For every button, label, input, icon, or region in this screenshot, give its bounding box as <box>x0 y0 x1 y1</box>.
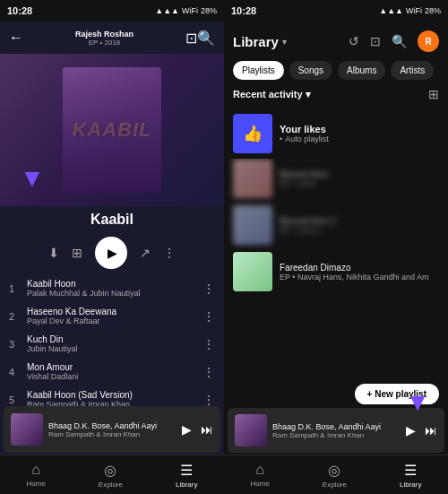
history-icon[interactable]: ↺ <box>349 34 359 48</box>
battery-right: 28% <box>425 6 441 15</box>
bottom-next-icon[interactable]: ⏭ <box>425 423 437 438</box>
album-top-bar: ← Rajesh Roshan EP • 2018 ⊡ 🔍 <box>0 22 224 54</box>
table-row[interactable]: 2 Haseeno Ka Deewana Payal Dev & Raftaar… <box>9 302 215 330</box>
more-button[interactable]: ⋮ <box>163 246 176 260</box>
nav-explore-label-r: Explore <box>323 481 347 489</box>
library-title-wrap: Library ▾ <box>233 34 287 49</box>
track-more-icon[interactable]: ⋮ <box>202 337 215 351</box>
artist-name: Rajesh Roshan <box>27 30 182 39</box>
time-left: 10:28 <box>7 5 32 16</box>
download-button[interactable]: ⬇ <box>48 246 59 260</box>
nav-library[interactable]: ☰ Library <box>176 462 197 489</box>
bottom-np-thumb <box>235 414 267 446</box>
track-name: Kaabil Hoon (Sad Version) <box>27 390 197 400</box>
time-right: 10:28 <box>231 5 256 16</box>
library-icon-r: ☰ <box>404 462 417 479</box>
track-info: Haseeno Ka Deewana Payal Dev & Raftaar <box>22 307 202 325</box>
bottom-np-title: Bhaag D.K. Bose, Aandhi Aayi <box>272 422 401 431</box>
share-button[interactable]: ↗ <box>140 246 151 260</box>
playlist-item-info: Fareedan Dimazo EP • Navraj Hans, Nikhit… <box>280 263 439 282</box>
bottom-np-artist: Ram Sampath & Imran Khan <box>272 431 401 439</box>
chevron-down-icon: ▾ <box>282 37 287 47</box>
left-screen: 10:28 ▲▲▲ WiFi 28% ← Rajesh Roshan EP • … <box>0 0 224 494</box>
play-button[interactable]: ▶ <box>95 237 127 269</box>
playlist-thumb <box>233 159 272 198</box>
track-num: 3 <box>9 339 22 350</box>
signal-icon: ▲▲▲ <box>155 6 179 15</box>
track-info: Kaabil Hoon Palak Muchhal & Jubin Nautiy… <box>22 279 202 298</box>
library-actions: ↺ ⊡ 🔍 R <box>349 30 439 52</box>
playlist-item-title: Blurred Item <box>280 169 439 179</box>
library-title: Library <box>233 34 279 49</box>
table-row[interactable]: 3 Kuch Din Jubin Nautiyal ⋮ <box>9 330 215 358</box>
new-playlist-section: + New playlist ▼ <box>224 380 448 408</box>
right-screen: 10:28 ▲▲▲ WiFi 28% Library ▾ ↺ ⊡ 🔍 R Pla… <box>224 0 448 494</box>
nav-library-r[interactable]: ☰ Library <box>400 462 421 489</box>
play-icon: ▶ <box>108 246 117 260</box>
table-row[interactable]: 1 Kaabil Hoon Palak Muchhal & Jubin Naut… <box>9 274 215 302</box>
now-playing-thumb <box>11 413 43 446</box>
tab-albums[interactable]: Albums <box>338 61 385 80</box>
track-info: Mon Amour Vishal Dadlani <box>22 362 202 381</box>
recent-label-text: Recent activity <box>233 89 303 100</box>
library-top-bar: Library ▾ ↺ ⊡ 🔍 R <box>224 22 448 61</box>
now-playing-artist: Ram Sampath & Imran Khan <box>48 430 177 438</box>
album-cover: KAABIL <box>63 67 161 193</box>
np-next-icon[interactable]: ⏭ <box>201 422 213 437</box>
cast-icon-r[interactable]: ⊡ <box>370 34 381 48</box>
track-artist: Ram Sampath & Imran Khan <box>27 400 197 406</box>
album-art-section: KAABIL ▼ <box>0 54 224 206</box>
bottom-play-icon[interactable]: ▶ <box>406 423 416 438</box>
nav-explore-r[interactable]: ◎ Explore <box>323 462 347 489</box>
likes-title: Your likes <box>280 124 439 134</box>
battery-left: 28% <box>201 6 217 15</box>
search-icon[interactable]: 🔍 <box>197 30 215 47</box>
home-icon-r: ⌂ <box>255 462 264 478</box>
search-icon-r[interactable]: 🔍 <box>392 34 407 48</box>
track-more-icon[interactable]: ⋮ <box>202 365 215 379</box>
cast-icon[interactable]: ⊡ <box>185 30 197 47</box>
bottom-np-controls: ▶ ⏭ <box>406 423 437 438</box>
track-more-icon[interactable]: ⋮ <box>202 309 215 324</box>
track-artist: Payal Dev & Raftaar <box>27 316 197 325</box>
back-icon[interactable]: ← <box>9 30 23 46</box>
tab-playlists[interactable]: Playlists <box>233 61 284 80</box>
grid-icon[interactable]: ⊞ <box>428 87 439 101</box>
list-item[interactable]: Fareedan Dimazo EP • Navraj Hans, Nikhit… <box>233 252 439 291</box>
library-icon: ☰ <box>180 462 193 479</box>
table-row[interactable]: 5 Kaabil Hoon (Sad Version) Ram Sampath … <box>9 386 215 406</box>
tab-artists[interactable]: Artists <box>391 61 434 80</box>
playlist-item-info: Blurred Item EP • Artist <box>280 169 439 188</box>
track-artist: Palak Muchhal & Jubin Nautiyal <box>27 289 197 298</box>
playlist-item-title: Fareedan Dimazo <box>280 263 439 273</box>
bottom-nav-right: ⌂ Home ◎ Explore ☰ Library <box>224 455 448 494</box>
track-artist: Vishal Dadlani <box>27 372 197 381</box>
recent-header: Recent activity ▾ ⊞ <box>224 87 448 101</box>
your-likes[interactable]: 👍 Your likes • Auto playlist <box>224 108 448 159</box>
likes-dot: • <box>280 134 282 143</box>
track-more-icon[interactable]: ⋮ <box>202 282 215 296</box>
bottom-nav-left: ⌂ Home ◎ Explore ☰ Library <box>0 455 224 494</box>
nav-home-label: Home <box>27 480 46 488</box>
track-num: 2 <box>9 311 22 322</box>
album-meta: EP • 2018 <box>27 39 182 47</box>
np-play-icon[interactable]: ▶ <box>182 422 192 437</box>
nav-home-r[interactable]: ⌂ Home <box>251 462 270 488</box>
track-name: Mon Amour <box>27 362 197 372</box>
list-item[interactable]: Blurred Item 2 EP • Artist 2 <box>233 205 439 245</box>
nav-home[interactable]: ⌂ Home <box>27 462 46 488</box>
add-button[interactable]: ⊞ <box>72 246 82 260</box>
list-item[interactable]: Blurred Item EP • Artist <box>233 159 439 198</box>
playlist-items: Blurred Item EP • Artist Blurred Item 2 … <box>224 159 448 380</box>
table-row[interactable]: 4 Mon Amour Vishal Dadlani ⋮ <box>9 358 215 386</box>
avatar[interactable]: R <box>418 30 439 52</box>
tab-songs[interactable]: Songs <box>289 61 332 80</box>
track-more-icon[interactable]: ⋮ <box>202 393 215 407</box>
nav-explore[interactable]: ◎ Explore <box>99 462 123 489</box>
track-list: 1 Kaabil Hoon Palak Muchhal & Jubin Naut… <box>0 274 224 406</box>
playlist-item-sub: EP • Artist 2 <box>280 226 439 235</box>
album-title-section: Kaabil <box>0 206 224 231</box>
likes-thumb: 👍 <box>233 114 272 153</box>
now-playing-bar[interactable]: Bhaag D.K. Bose, Aandhi Aayi Ram Sampath… <box>4 406 220 453</box>
wifi-icon: WiFi <box>182 6 198 15</box>
